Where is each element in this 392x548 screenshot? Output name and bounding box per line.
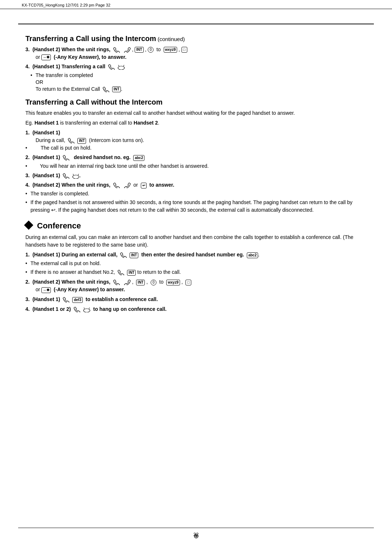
- svg-point-3: [73, 175, 79, 179]
- section-1-list: 3. (Handset 2) When the unit rings, , IN…: [25, 46, 367, 70]
- conf-item-3: 3. (Handset 1) def3 to establish a confe…: [25, 296, 367, 303]
- end-s2-3: [72, 173, 79, 179]
- return-text: To return to the External Call INT.: [25, 86, 367, 92]
- conference-list: 1. (Handset 1) During an external call, …: [25, 251, 367, 313]
- s2-item-4: 4. (Handset 2) When the unit rings, or ↩…: [25, 181, 367, 214]
- handset-s2-3: [63, 173, 71, 179]
- handset-icon-2: [108, 64, 116, 70]
- s2-item-3: 3. (Handset 1) .: [25, 172, 367, 179]
- handset-s2-4: [113, 183, 121, 188]
- wxyz9-conf-2: wxyz9: [166, 280, 180, 285]
- svg-line-4: [73, 174, 74, 175]
- end-conf-2: [123, 280, 131, 285]
- int-button: INT: [135, 47, 143, 53]
- conf-item-4: 4. (Handset 1 or 2) to hang up on confer…: [25, 305, 367, 313]
- svg-line-5: [78, 174, 79, 175]
- svg-point-0: [118, 66, 124, 70]
- svg-point-6: [83, 309, 90, 312]
- section-transfer-no-intercom: Transferring a Call without the Intercom…: [25, 98, 367, 214]
- abc2-btn: abc2: [133, 155, 144, 161]
- page: KX-TCD705_HongKong 12/7/01 2:29 pm Page …: [0, 0, 392, 548]
- bottom-crosshair: ⊕: [193, 532, 199, 540]
- abc2-conf: abc2: [247, 252, 258, 258]
- section-conference: Conference During an external call, you …: [25, 221, 367, 313]
- end-icon-2: [118, 64, 125, 70]
- anykey-conf-2: ↔✱: [41, 287, 51, 293]
- answer-btn: ↩: [141, 183, 147, 188]
- int-conf-1b: INT: [127, 270, 136, 276]
- handset-conf-4: [74, 307, 82, 312]
- zero-button: 0: [148, 47, 154, 53]
- section-2-list: 1. (Handset 1) During a call, INT (Inter…: [25, 129, 367, 214]
- svg-line-2: [123, 65, 124, 66]
- section-2-eg: Eg. Handset 1 is transferring an externa…: [25, 119, 367, 127]
- list-item-4: 4. (Handset 1) Transferring a call: [25, 63, 367, 70]
- square-button: □: [181, 47, 187, 53]
- int-s2: INT: [77, 138, 86, 144]
- page-header: KX-TCD705_HongKong 12/7/01 2:29 pm Page …: [0, 0, 392, 9]
- list-item-3: 3. (Handset 2) When the unit rings, , IN…: [25, 46, 367, 61]
- anykey-button: ↔✱: [41, 54, 51, 60]
- main-content: Transferring a Call using the Intercom (…: [0, 24, 392, 329]
- diamond-icon: [24, 221, 33, 230]
- end-conf-4: [83, 307, 90, 312]
- end-call-icon: [123, 47, 131, 53]
- svg-line-7: [84, 308, 85, 309]
- handset-conf-3: [63, 297, 71, 303]
- header-filename: KX-TCD705_HongKong 12/7/01 2:29 pm Page …: [22, 3, 110, 7]
- conf-item-2: 2. (Handset 2) When the unit rings, , IN…: [25, 278, 367, 293]
- s2-item-2: 2. (Handset 1) desired handset no. eg. a…: [25, 154, 367, 170]
- conf-item-1: 1. (Handset 1) During an external call, …: [25, 251, 367, 276]
- handset-s2-1: [68, 138, 76, 143]
- svg-line-1: [118, 65, 119, 66]
- bottom-rule: [18, 528, 374, 528]
- svg-line-8: [89, 308, 90, 309]
- conference-title: Conference: [25, 221, 367, 231]
- sq-conf-2: □: [185, 280, 191, 285]
- conference-intro: During an external call, you can make an…: [25, 234, 367, 249]
- int-conf-1: INT: [130, 252, 138, 258]
- section-2-intro: This feature enables you to transfer an …: [25, 109, 367, 117]
- end-s2-4: [123, 183, 131, 188]
- int-conf-2: INT: [136, 280, 145, 285]
- def3-btn: def3: [72, 297, 83, 303]
- section-transfer-intercom: Transferring a Call using the Intercom (…: [25, 34, 367, 92]
- or-text: OR: [25, 79, 367, 85]
- handset-conf-1: [120, 252, 128, 258]
- handset-conf-1b: [118, 270, 126, 275]
- s2-item-1: 1. (Handset 1) During a call, INT (Inter…: [25, 129, 367, 152]
- handset-conf-2: [113, 280, 121, 285]
- handset-icon: [113, 47, 121, 53]
- zero-conf-2: 0: [151, 280, 156, 285]
- handset-icon-3: [103, 87, 111, 92]
- section-1-title: Transferring a Call using the Intercom (…: [25, 34, 367, 43]
- int-button-2: INT: [112, 86, 121, 92]
- bullet-transfer-complete: The transfer is completed: [25, 72, 367, 78]
- handset-s2-2: [63, 155, 71, 161]
- wxyz9-button: wxyz9: [164, 47, 177, 53]
- section-2-title: Transferring a Call without the Intercom: [25, 98, 367, 106]
